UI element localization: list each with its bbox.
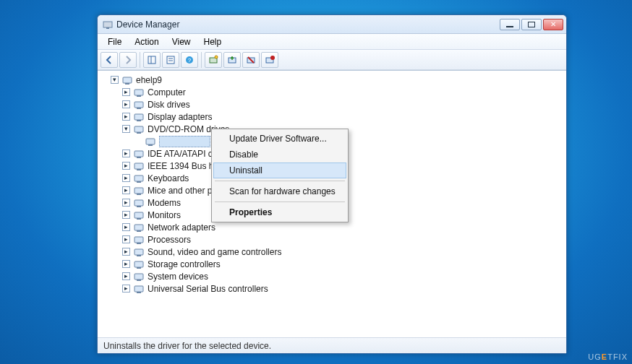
- svg-rect-24: [134, 126, 143, 132]
- svg-rect-42: [134, 237, 143, 243]
- svg-rect-47: [137, 267, 141, 269]
- tree-node[interactable]: ▸Storage controllers: [122, 258, 565, 270]
- svg-rect-49: [137, 280, 141, 281]
- caption-buttons: [500, 19, 563, 30]
- expand-icon[interactable]: ▸: [122, 235, 130, 243]
- tree-node-label: Processors: [148, 235, 191, 245]
- tree-node-label: Disk drives: [148, 100, 190, 110]
- tree-node[interactable]: ▸Disk drives: [122, 98, 565, 110]
- expand-icon: [134, 137, 142, 145]
- device-icon: [145, 136, 156, 147]
- toolbar: ?: [98, 50, 566, 70]
- tree-node[interactable]: ▸Universal Serial Bus controllers: [122, 282, 565, 295]
- svg-rect-22: [134, 114, 143, 120]
- expand-icon[interactable]: ▸: [122, 162, 130, 170]
- expand-icon[interactable]: ▸: [122, 272, 130, 280]
- collapse-icon[interactable]: ▾: [111, 76, 119, 84]
- tree-node[interactable]: ▸Network adapters: [122, 221, 565, 233]
- expand-icon[interactable]: ▸: [122, 199, 130, 207]
- device-category-icon: [133, 173, 145, 183]
- expand-icon[interactable]: ▸: [122, 88, 130, 96]
- tree-node-label: [159, 136, 210, 147]
- context-menu-item[interactable]: Uninstall: [213, 162, 346, 178]
- device-category-icon: [133, 272, 145, 282]
- forward-button[interactable]: [119, 52, 137, 68]
- help-button[interactable]: ?: [181, 52, 198, 68]
- tree-node[interactable]: ▸Processors: [122, 233, 565, 246]
- context-menu-item[interactable]: Properties: [213, 204, 346, 220]
- tree-root-node[interactable]: ▾ehelp9: [111, 74, 565, 86]
- device-category-icon: [133, 210, 145, 220]
- expand-icon[interactable]: ▸: [122, 211, 130, 219]
- minimize-button[interactable]: [500, 19, 520, 30]
- context-menu-item[interactable]: Update Driver Software...: [213, 131, 346, 147]
- show-hide-tree-button[interactable]: [143, 52, 161, 68]
- expand-icon[interactable]: ▸: [122, 260, 130, 268]
- expand-icon[interactable]: ▸: [122, 113, 130, 121]
- svg-rect-26: [146, 139, 155, 144]
- expand-icon[interactable]: ▸: [122, 223, 130, 231]
- window-title: Device Manager: [116, 20, 179, 30]
- svg-point-15: [270, 56, 275, 60]
- device-category-icon: [133, 124, 145, 134]
- svg-rect-48: [134, 274, 143, 280]
- context-menu-separator: [215, 181, 345, 181]
- svg-rect-16: [123, 77, 132, 83]
- tree-node-label: Monitors: [148, 210, 181, 220]
- expand-icon[interactable]: ▸: [122, 150, 130, 157]
- expand-icon[interactable]: ▸: [122, 100, 130, 108]
- maximize-button[interactable]: [521, 19, 542, 30]
- svg-rect-39: [137, 218, 141, 220]
- device-category-icon: [133, 222, 145, 233]
- svg-point-10: [215, 56, 218, 58]
- svg-rect-33: [137, 181, 141, 183]
- svg-rect-35: [137, 194, 141, 195]
- svg-rect-21: [137, 108, 141, 109]
- tree-node[interactable]: ▸Computer: [122, 86, 565, 98]
- expand-icon[interactable]: ▸: [122, 285, 130, 292]
- tree-node[interactable]: ▸Sound, video and game controllers: [122, 246, 565, 258]
- tree-node-label: Display adapters: [148, 112, 212, 122]
- svg-rect-28: [134, 151, 143, 157]
- expand-icon[interactable]: ▸: [122, 174, 130, 182]
- svg-rect-36: [134, 200, 143, 206]
- tree-node-label: Network adapters: [148, 222, 215, 233]
- tree-node-label: Computer: [148, 87, 186, 98]
- svg-rect-43: [137, 243, 141, 244]
- disable-button[interactable]: [261, 52, 278, 68]
- uninstall-button[interactable]: [242, 52, 260, 68]
- toolbar-separator: [140, 52, 140, 68]
- expand-icon[interactable]: ▾: [122, 125, 130, 133]
- svg-rect-1: [106, 27, 109, 29]
- tree-node[interactable]: ▸Display adapters: [122, 110, 565, 123]
- tree-node-label: Storage controllers: [148, 259, 221, 269]
- tree-node[interactable]: ▸System devices: [122, 270, 565, 282]
- back-button[interactable]: [101, 52, 118, 68]
- svg-rect-38: [134, 212, 143, 218]
- expand-icon[interactable]: ▸: [122, 248, 130, 256]
- menu-help[interactable]: Help: [198, 35, 228, 48]
- svg-rect-32: [134, 176, 143, 181]
- menu-view[interactable]: View: [166, 35, 197, 48]
- context-menu-item[interactable]: Disable: [213, 147, 346, 162]
- properties-button[interactable]: [162, 52, 179, 68]
- expand-icon[interactable]: ▸: [122, 186, 130, 194]
- status-text: Uninstalls the driver for the selected d…: [103, 341, 271, 351]
- svg-rect-18: [134, 90, 143, 95]
- svg-rect-41: [137, 230, 141, 232]
- close-button[interactable]: [543, 19, 563, 30]
- scan-hardware-button[interactable]: [205, 52, 222, 68]
- context-menu-item[interactable]: Scan for hardware changes: [213, 183, 346, 199]
- menu-action[interactable]: Action: [129, 35, 164, 48]
- svg-text:?: ?: [188, 57, 192, 64]
- tree-leaf[interactable]: [134, 135, 565, 147]
- titlebar[interactable]: Device Manager: [98, 15, 566, 34]
- svg-rect-20: [134, 102, 143, 108]
- svg-rect-27: [148, 144, 153, 146]
- device-category-icon: [133, 198, 145, 208]
- update-driver-button[interactable]: [223, 52, 241, 68]
- tree-node-label: Keyboards: [148, 173, 189, 183]
- menu-file[interactable]: File: [102, 35, 127, 48]
- svg-rect-50: [134, 286, 143, 292]
- context-menu-separator: [215, 202, 345, 202]
